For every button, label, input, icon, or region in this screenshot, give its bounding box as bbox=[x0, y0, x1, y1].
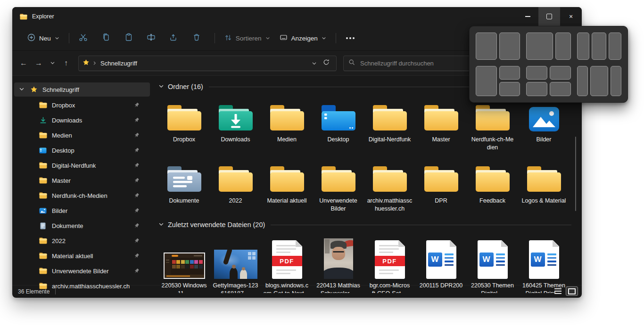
sidebar-item-desktop[interactable]: Desktop bbox=[12, 143, 152, 158]
copy-icon bbox=[102, 33, 110, 43]
folder-tile[interactable]: Master bbox=[415, 103, 467, 152]
folder-tile[interactable]: DPR bbox=[415, 164, 467, 213]
minimize-button[interactable] bbox=[517, 7, 538, 26]
titlebar[interactable]: Explorer × bbox=[12, 7, 582, 26]
snap-zone[interactable] bbox=[577, 33, 590, 60]
folder-tile[interactable]: archiv.matthiasschuessler.ch bbox=[364, 164, 415, 213]
view-button[interactable]: Anzeigen bbox=[275, 30, 331, 46]
breadcrumb[interactable]: Schnellzugriff bbox=[100, 60, 308, 67]
snap-zone[interactable] bbox=[592, 33, 606, 60]
file-tile[interactable]: W 220530 ThemenDigital ... bbox=[467, 236, 518, 293]
refresh-icon bbox=[323, 59, 330, 67]
sidebar-item-dropbox[interactable]: Dropbox bbox=[12, 98, 152, 113]
close-button[interactable]: × bbox=[560, 7, 582, 26]
file-tile[interactable]: PDFblogs.windows.com-Get-to-Next ... bbox=[261, 236, 313, 293]
trash-icon bbox=[192, 33, 201, 43]
forward-button[interactable]: → bbox=[32, 57, 45, 70]
folder-tile[interactable]: Digital-Nerdfunk bbox=[364, 103, 415, 152]
folder-tile[interactable]: Bilder bbox=[518, 103, 570, 152]
vertical-scrollbar[interactable] bbox=[575, 137, 576, 211]
sidebar-item-quick-access[interactable]: Schnellzugriff bbox=[14, 82, 150, 97]
main-panel: Ordner (16) Dropbox Downloads Medien bbox=[152, 76, 582, 293]
maximize-button[interactable] bbox=[538, 7, 560, 26]
sidebar-item-medien[interactable]: Medien bbox=[12, 128, 152, 143]
folder-tile[interactable]: Downloads bbox=[210, 103, 261, 152]
pdf-page: PDF bbox=[375, 240, 405, 279]
snap-zone[interactable] bbox=[526, 82, 547, 96]
file-tile[interactable]: 220530 Windows11 ... bbox=[158, 236, 210, 293]
folder-tile-label: Dropbox bbox=[173, 136, 195, 144]
details-view-button[interactable] bbox=[552, 286, 564, 296]
sidebar-item-digital-nerdfunk[interactable]: Digital-Nerdfunk bbox=[12, 158, 152, 173]
copy-button[interactable] bbox=[97, 30, 116, 46]
sidebar-item-dokumente[interactable]: Dokumente bbox=[12, 218, 152, 233]
folder-icon bbox=[372, 164, 408, 193]
breadcrumb-chevron-icon bbox=[93, 59, 97, 67]
recent-locations-button[interactable] bbox=[47, 57, 58, 70]
up-button[interactable]: ↑ bbox=[59, 57, 73, 70]
folder-tile[interactable]: Dropbox bbox=[158, 103, 210, 152]
paste-button[interactable] bbox=[119, 30, 138, 46]
snap-layout-column bbox=[476, 66, 497, 97]
snap-zone[interactable] bbox=[611, 66, 621, 97]
snap-zone[interactable] bbox=[499, 82, 520, 96]
rename-button[interactable] bbox=[142, 30, 161, 46]
folder-tile[interactable]: Desktop bbox=[313, 103, 364, 152]
file-tile[interactable]: GettyImages-1236168187 ... bbox=[210, 236, 261, 293]
thumb-app-icon bbox=[164, 236, 205, 279]
sidebar-item-downloads[interactable]: Downloads bbox=[12, 113, 152, 128]
snap-zone[interactable] bbox=[590, 66, 608, 97]
new-button[interactable]: Neu bbox=[23, 30, 64, 46]
sidebar-item-material-aktuell[interactable]: Material aktuell bbox=[12, 248, 152, 263]
file-tile[interactable]: PDFbgr.com-Microsft-CEO-Sat ... bbox=[364, 236, 415, 293]
share-button[interactable] bbox=[165, 30, 183, 46]
snap-zone[interactable] bbox=[550, 66, 571, 80]
refresh-button[interactable] bbox=[320, 57, 332, 69]
folder-tile[interactable]: Logos & Material bbox=[518, 164, 570, 213]
snap-layout-column bbox=[526, 66, 547, 97]
sort-button[interactable]: Sortieren bbox=[220, 30, 275, 46]
file-tile[interactable]: W 160425 ThemenDigital Print ... bbox=[518, 236, 570, 293]
address-dropdown-button[interactable] bbox=[308, 57, 320, 69]
recent-files-section-header[interactable]: Zuletzt verwendete Dateien (20) bbox=[158, 220, 582, 230]
file-tile[interactable]: W 200115 DPR200 bbox=[415, 236, 467, 293]
snap-zone[interactable] bbox=[476, 66, 497, 97]
snap-zone[interactable] bbox=[555, 33, 571, 60]
folder-tile[interactable]: Feedback bbox=[467, 164, 518, 213]
back-button[interactable]: ← bbox=[17, 57, 30, 70]
delete-button[interactable] bbox=[187, 30, 206, 46]
folder-tile[interactable]: Dokumente bbox=[158, 164, 210, 213]
address-bar[interactable]: Schnellzugriff bbox=[78, 56, 337, 71]
snap-zone[interactable] bbox=[499, 33, 520, 60]
snap-zone[interactable] bbox=[550, 82, 571, 96]
pin-icon bbox=[133, 223, 140, 229]
sidebar-item-unverwendete-bilder[interactable]: Unverwendete Bilder bbox=[12, 263, 152, 278]
snap-zone[interactable] bbox=[476, 33, 497, 60]
folder-tile[interactable]: Material aktuell bbox=[261, 164, 313, 213]
recent-files-section-label: Zuletzt verwendete Dateien (20) bbox=[168, 221, 265, 228]
folder-tile-label: Downloads bbox=[221, 136, 250, 144]
sidebar-item-master[interactable]: Master bbox=[12, 173, 152, 188]
folder-tile[interactable]: Medien bbox=[261, 103, 313, 152]
more-options-button[interactable] bbox=[341, 30, 360, 46]
snap-zone[interactable] bbox=[526, 66, 547, 80]
sidebar-item-bilder[interactable]: Bilder bbox=[12, 203, 152, 218]
sidebar-item-2022[interactable]: 2022 bbox=[12, 233, 152, 248]
share-icon bbox=[169, 33, 178, 43]
sidebar-item-nerdfunk-ch-medien[interactable]: Nerdfunk-ch-Medien bbox=[12, 188, 152, 203]
snap-layout-column bbox=[609, 33, 621, 60]
snap-zone[interactable] bbox=[526, 33, 553, 60]
folder-tile[interactable]: Nerdfunk-ch-Medien bbox=[467, 103, 518, 152]
word-page: W bbox=[426, 240, 456, 279]
large-icons-view-button[interactable] bbox=[566, 286, 578, 296]
pin-icon bbox=[133, 253, 140, 259]
snap-zone[interactable] bbox=[499, 66, 520, 80]
snap-zone[interactable] bbox=[577, 66, 588, 97]
file-tile[interactable]: 220413 MatthiasSchuessler ... bbox=[313, 236, 364, 293]
folder-tile[interactable]: UnverwendeteBilder bbox=[313, 164, 364, 213]
folder-tile[interactable]: 2022 bbox=[210, 164, 261, 213]
snap-zone[interactable] bbox=[609, 33, 621, 60]
quick-access-star-icon bbox=[83, 59, 90, 68]
cut-button[interactable] bbox=[74, 30, 93, 46]
word-icon: W bbox=[478, 236, 508, 279]
